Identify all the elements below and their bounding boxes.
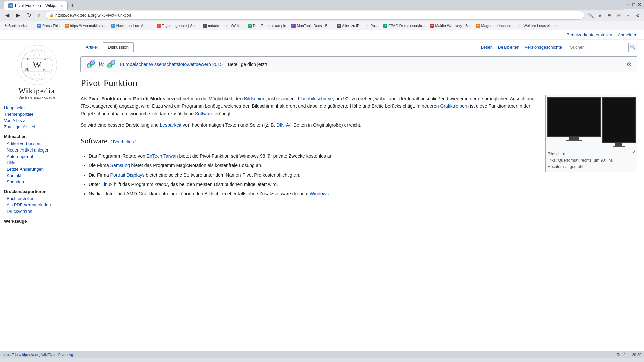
tab-favicon: W bbox=[8, 3, 13, 8]
link-software[interactable]: Software bbox=[195, 111, 213, 116]
monitor-portrait-img bbox=[602, 97, 636, 143]
article-body: Bildschirmlinks: Querformat, rechts: um … bbox=[80, 95, 637, 200]
tab-diskussion[interactable]: Diskussion bbox=[103, 42, 134, 52]
bookmark-tagesangebote[interactable]: T Tagesangebote | Sp... bbox=[155, 23, 199, 28]
bookmark-mootools[interactable]: M MooTools Docs - Br... bbox=[290, 23, 333, 28]
sidebar-category-drucken: Drucken/exportieren bbox=[4, 189, 70, 194]
link-din-a4[interactable]: DIN-A4 bbox=[276, 122, 292, 128]
sidebar-item-neuen-artikel[interactable]: Neuen Artikel anlegen bbox=[4, 147, 70, 153]
monitor-landscape-img bbox=[547, 97, 601, 137]
url-bar[interactable]: 🔒 https://de.wikipedia.org/wiki/Pivot-Fu… bbox=[46, 11, 584, 20]
tabs-right: Lesen Bearbeiten Versionsgeschichte 🔍 bbox=[481, 43, 637, 52]
link-portrait-displays[interactable]: Portrait Displays bbox=[110, 172, 145, 178]
bookmarks-icon: ★ bbox=[4, 23, 7, 28]
search-input[interactable] bbox=[568, 43, 628, 52]
bookmark-datatables[interactable]: D DataTables example bbox=[247, 23, 288, 28]
new-tab-button[interactable]: + bbox=[68, 1, 77, 10]
bookmark-magento[interactable]: M Magento • Inchoo... bbox=[475, 23, 515, 28]
sidebar-mitmachen-section: Mitmachen Artikel verbessern Neuen Artik… bbox=[4, 134, 70, 185]
link-bildschirm[interactable]: Bildschirm bbox=[244, 96, 266, 101]
create-account-link[interactable]: Benutzerkonto erstellen bbox=[567, 32, 612, 37]
home-button[interactable]: ⌂ bbox=[35, 11, 44, 20]
sidebar-item-von-a-bis-z[interactable]: Von A bis Z bbox=[4, 117, 70, 124]
sidebar-item-zufall[interactable]: Zufälliger Artikel bbox=[4, 124, 70, 130]
owa-icon: M bbox=[65, 24, 69, 28]
monitor-portrait-stand bbox=[615, 143, 622, 146]
link-linux[interactable]: Linux bbox=[101, 182, 112, 187]
datatables-icon: D bbox=[248, 24, 252, 28]
link-lesbarkeit[interactable]: Lesbarkeit bbox=[160, 122, 182, 128]
sidebar-item-hilfe[interactable]: Hilfe bbox=[4, 160, 70, 166]
section-software-edit-link[interactable]: [ Bearbeiten ] bbox=[110, 139, 136, 146]
link-flachbildschirme[interactable]: Flachbildschirme bbox=[298, 96, 333, 101]
title-bar: W Pivot-Funktion – Wikip... ✕ + ─ □ ✕ bbox=[0, 0, 644, 9]
search-icon[interactable]: 🔍 bbox=[587, 12, 594, 19]
bookmarks-label[interactable]: ★ Bookmarks bbox=[3, 23, 28, 28]
bookmark-more[interactable]: Weitere Lesezeichen bbox=[522, 23, 559, 28]
profile-icon[interactable]: M bbox=[615, 12, 623, 19]
image-expand-button[interactable]: ⤢ bbox=[632, 149, 636, 155]
back-button[interactable]: ◀ bbox=[3, 11, 12, 20]
bookmark-apple[interactable]: A Alles zu iPhone, iPa... bbox=[336, 23, 379, 28]
apple-icon: A bbox=[337, 24, 341, 28]
sidebar-item-als-pdf[interactable]: Als PDF herunterladen bbox=[4, 202, 70, 208]
tab-artikel[interactable]: Artikel bbox=[80, 42, 103, 52]
mootools-label: MooTools Docs - Br... bbox=[297, 24, 332, 28]
banner-link[interactable]: Europäischer Wissenschaftsfotowettbewerb… bbox=[120, 62, 223, 67]
forward-button[interactable]: ▶ bbox=[13, 11, 23, 20]
link-grafiktreibern[interactable]: Grafiktreibern bbox=[440, 103, 469, 109]
sidebar-item-kontakt[interactable]: Kontakt bbox=[4, 172, 70, 179]
list-item: Unter Linux hilft das Programm xrandr, d… bbox=[89, 181, 637, 188]
sidebar-item-buch-erstellen[interactable]: Buch erstellen bbox=[4, 195, 70, 202]
close-button[interactable]: ✕ bbox=[638, 2, 641, 7]
bookmark-news[interactable]: N News rund um Appl... bbox=[110, 23, 153, 28]
tabs-left: Artikel Diskussion bbox=[80, 42, 134, 52]
search-button[interactable]: 🔍 bbox=[628, 43, 637, 52]
star-icon[interactable]: ★ bbox=[596, 12, 604, 19]
sidebar-item-autorenportal[interactable]: Autorenportal bbox=[4, 153, 70, 160]
minimize-button[interactable]: ─ bbox=[627, 2, 630, 7]
login-link[interactable]: Anmelden bbox=[618, 32, 637, 37]
tab-lesen[interactable]: Lesen bbox=[481, 45, 493, 50]
bookmark-epag[interactable]: E EPAG Domainservic... bbox=[382, 23, 426, 28]
tab-close-button[interactable]: ✕ bbox=[60, 4, 63, 8]
maximize-button[interactable]: □ bbox=[632, 2, 635, 7]
browser-window: W Pivot-Funktion – Wikip... ✕ + ─ □ ✕ ◀ … bbox=[0, 0, 644, 362]
bookmark-press-this[interactable]: W Press This bbox=[36, 23, 61, 28]
content-tabs: Artikel Diskussion Lesen Bearbeiten Vers… bbox=[80, 40, 637, 52]
bookmark-owa[interactable]: M https://owa.makita.a... bbox=[64, 23, 107, 28]
bookmark-mdadm[interactable]: m mdadm - LinuxWiki... bbox=[202, 23, 244, 28]
sidebar-item-themenportale[interactable]: Themenportale bbox=[4, 111, 70, 117]
refresh-button[interactable]: ↻ bbox=[24, 11, 34, 20]
sidebar-item-spenden[interactable]: Spenden bbox=[4, 179, 70, 185]
mdadm-label: mdadm - LinuxWiki... bbox=[208, 24, 243, 28]
news-label: News rund um Appl... bbox=[116, 24, 152, 28]
svg-text:象: 象 bbox=[25, 67, 29, 71]
section-software-heading: Software [ Bearbeiten ] bbox=[80, 135, 539, 148]
search-box: 🔍 bbox=[568, 43, 637, 52]
separator: | bbox=[32, 24, 33, 28]
sidebar-item-hauptseite[interactable]: Hauptseite bbox=[4, 105, 70, 111]
active-tab[interactable]: W Pivot-Funktion – Wikip... ✕ bbox=[4, 1, 68, 10]
link-samsung[interactable]: Samsung bbox=[110, 163, 130, 168]
content-area: Artikel Diskussion Lesen Bearbeiten Vers… bbox=[74, 40, 644, 233]
status-right: René 20:20 bbox=[616, 353, 641, 357]
sidebar-item-artikel-verbessern[interactable]: Artikel verbessern bbox=[4, 140, 70, 147]
xrandr-text: xrandr bbox=[155, 182, 168, 187]
extension-icon[interactable]: ● bbox=[625, 12, 632, 19]
link-windows[interactable]: Windows bbox=[310, 191, 329, 196]
settings-icon[interactable]: ⚙ bbox=[634, 12, 641, 19]
bookmark-makita[interactable]: M Makita Warranty - B... bbox=[429, 23, 472, 28]
sidebar-item-druckversion[interactable]: Druckversion bbox=[4, 208, 70, 215]
dna-icon: 🧬 bbox=[86, 60, 95, 69]
monitor-landscape-base bbox=[566, 140, 582, 141]
link-entech-taiwan[interactable]: EnTech Taiwan bbox=[147, 153, 178, 159]
tab-versionsgeschichte[interactable]: Versionsgeschichte bbox=[525, 45, 562, 50]
image-caption: Bildschirmlinks: Querformat, rechts: um … bbox=[547, 151, 613, 170]
tab-bearbeiten[interactable]: Bearbeiten bbox=[498, 45, 519, 50]
menu-icon[interactable]: ≡ bbox=[606, 12, 613, 19]
banner-close-button[interactable]: ⊗ bbox=[627, 61, 632, 68]
status-url: https://de.wikipedia.org/wiki/Datei:Pivo… bbox=[3, 353, 73, 357]
wikipedia-globe-svg: W Ω δ 象 ع bbox=[20, 48, 54, 82]
sidebar-item-letzte-aenderungen[interactable]: Letzte Änderungen bbox=[4, 166, 70, 172]
